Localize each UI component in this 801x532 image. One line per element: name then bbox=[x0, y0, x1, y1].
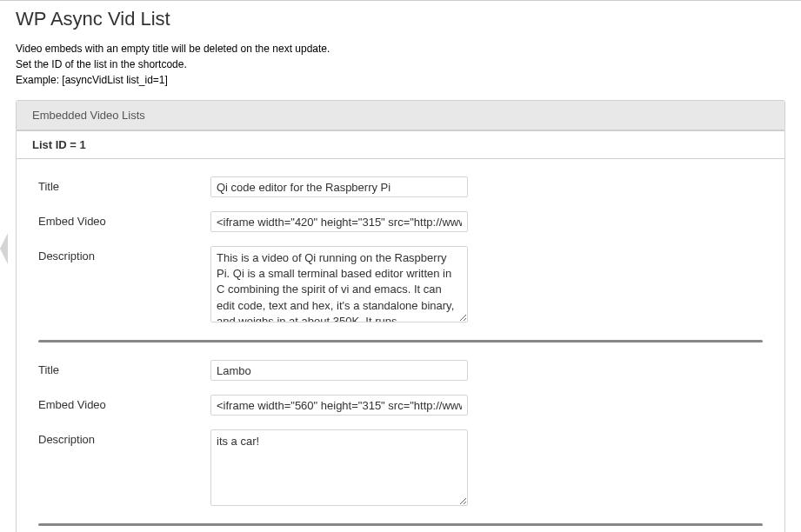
form-row-embed: Embed Video bbox=[38, 395, 763, 416]
label-embed: Embed Video bbox=[38, 211, 210, 228]
page-title: WP Async Vid List bbox=[16, 8, 785, 30]
embed-input[interactable] bbox=[210, 211, 468, 232]
label-title: Title bbox=[38, 360, 210, 376]
form-row-description: Description This is a video of Qi runnin… bbox=[38, 246, 763, 326]
help-line: Video embeds with an empty title will be… bbox=[16, 41, 785, 57]
embed-input[interactable] bbox=[210, 395, 468, 416]
label-description: Description bbox=[38, 429, 210, 446]
label-title: Title bbox=[38, 176, 210, 193]
description-textarea[interactable]: its a car! bbox=[210, 429, 468, 506]
title-input[interactable] bbox=[210, 360, 468, 381]
help-line: Set the ID of the list in the shortcode. bbox=[16, 57, 785, 72]
list-body: Title Embed Video Description This is a … bbox=[17, 159, 784, 532]
description-textarea[interactable]: This is a video of Qi running on the Ras… bbox=[210, 246, 468, 323]
list-header[interactable]: List ID = 1 bbox=[17, 131, 784, 159]
help-line: Example: [asyncVidList list_id=1] bbox=[16, 72, 785, 88]
form-row-title: Title bbox=[38, 176, 763, 197]
form-row-description: Description its a car! bbox=[38, 429, 763, 509]
embedded-video-lists-panel: Embedded Video Lists bbox=[16, 100, 785, 131]
item-divider bbox=[38, 523, 763, 526]
form-row-embed: Embed Video bbox=[38, 211, 763, 232]
form-row-title: Title bbox=[38, 360, 763, 381]
left-collapse-arrow[interactable] bbox=[0, 233, 8, 264]
list-panel: List ID = 1 Title Embed Video Descriptio… bbox=[16, 130, 785, 532]
help-text: Video embeds with an empty title will be… bbox=[16, 41, 785, 88]
label-embed: Embed Video bbox=[38, 395, 210, 411]
panel-header: Embedded Video Lists bbox=[17, 101, 784, 130]
label-description: Description bbox=[38, 246, 210, 263]
title-input[interactable] bbox=[210, 176, 468, 197]
item-divider bbox=[38, 340, 763, 342]
